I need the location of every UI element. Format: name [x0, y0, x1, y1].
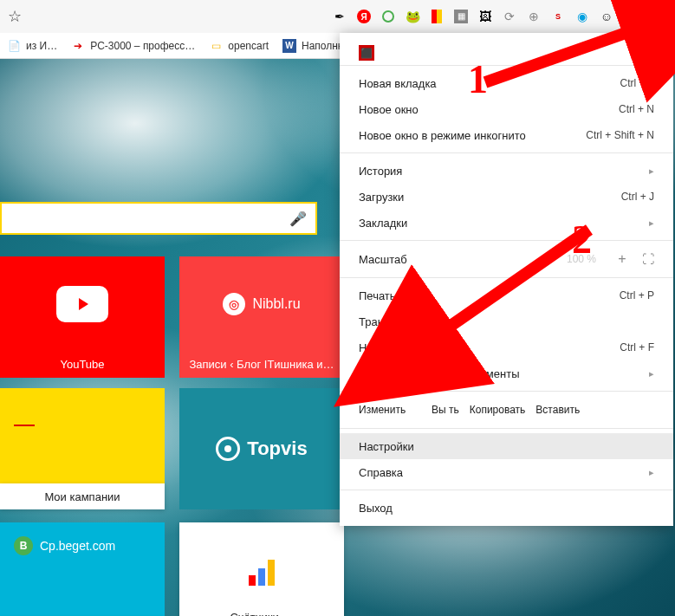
search-input[interactable]: 🎤	[0, 202, 317, 235]
gray-square-icon[interactable]: ▦	[453, 9, 469, 24]
tile-direct[interactable]	[0, 388, 165, 483]
frog-icon[interactable]: 🐸	[405, 9, 420, 24]
menu-cast[interactable]: Трансляция...	[340, 308, 673, 334]
chevron-right-icon: ▸	[649, 368, 654, 379]
menu-label: Новое окно	[359, 103, 419, 116]
image-icon[interactable]: 🖼	[477, 9, 493, 24]
menu-shortcut: Ctrl + P	[620, 289, 654, 302]
menu-label: Трансляция...	[359, 315, 431, 328]
menu-paste[interactable]: Вставить	[535, 404, 580, 416]
folder-icon: ▭	[209, 39, 223, 53]
menu-label: Новая вкладка	[359, 77, 437, 90]
menu-label: Новое окно в режиме инкогнито	[359, 129, 526, 142]
tile-label: Записи ‹ Блог ITишника и…	[188, 358, 335, 371]
browser-menu: ⬛ Новая вкладка Ctrl + T Новое окно Ctrl…	[340, 33, 673, 526]
profile-icon[interactable]: 👤	[623, 9, 639, 24]
face-icon[interactable]: ☺	[599, 9, 614, 24]
bookmark-label: PC-3000 – професс…	[90, 40, 195, 52]
menu-label: Найти...	[359, 341, 400, 354]
tile-title: Nibbl.ru	[252, 296, 300, 312]
menu-settings[interactable]: Настройки	[340, 433, 673, 459]
menu-new-tab[interactable]: Новая вкладка Ctrl + T	[340, 70, 673, 96]
menu-new-window[interactable]: Новое окно Ctrl + N	[340, 96, 673, 122]
tile-label: Счётчики — Яндекс.Метрика	[188, 611, 335, 616]
word-icon: W	[282, 39, 296, 53]
menu-print[interactable]: Печать... Ctrl + P	[340, 282, 673, 308]
chevron-right-icon: ▸	[649, 165, 654, 177]
menu-history[interactable]: История ▸	[340, 158, 673, 184]
fullscreen-icon[interactable]: ⛶	[642, 252, 654, 266]
tile-title: Cp.beget.com	[40, 539, 115, 553]
menu-edit-row: Изменить Вы ть Копировать Вставить	[340, 396, 673, 424]
bookmark-item[interactable]: ➔ PC-3000 – професс…	[71, 39, 195, 53]
globe-icon[interactable]: ⊕	[526, 9, 542, 24]
tile-campaigns-label[interactable]: Мои кампании	[0, 483, 165, 509]
zoom-out-button[interactable]: −	[533, 251, 548, 267]
tile-topvisor[interactable]: Topvis	[179, 388, 344, 509]
tile-youtube[interactable]: YouTube	[0, 256, 165, 378]
menu-button[interactable]: ⋮	[647, 6, 668, 27]
menu-bookmarks[interactable]: Закладки ▸	[340, 210, 673, 236]
menu-shortcut: Ctrl + J	[621, 191, 654, 203]
menu-label: Печать...	[359, 289, 405, 302]
yandex-direct-icon	[16, 404, 42, 426]
bookmark-item[interactable]: ▭ opencart	[209, 39, 269, 53]
menu-shortcut: Ctrl + Shift + N	[586, 129, 654, 141]
bookmark-star-icon[interactable]: ☆	[7, 9, 23, 24]
menu-help[interactable]: Справка ▸	[340, 459, 673, 485]
tile-label: YouTube	[9, 358, 156, 371]
beget-icon: В	[14, 536, 33, 555]
adobe-icon[interactable]: ⬛	[359, 45, 374, 61]
bookmark-label: из И…	[26, 40, 57, 52]
chevron-right-icon: ▸	[649, 217, 654, 229]
zoom-in-button[interactable]: +	[614, 251, 630, 267]
menu-label: Масштаб	[359, 253, 521, 266]
tile-label: Мои кампании	[44, 490, 120, 503]
menu-label: История	[359, 165, 402, 178]
menu-more-tools[interactable]: Дополнительные инструменты ▸	[340, 360, 673, 386]
menu-label: Настройки	[359, 440, 414, 453]
menu-cut[interactable]: Вы ть	[432, 404, 459, 416]
arrow-icon: ➔	[71, 39, 85, 53]
tile-metrika[interactable]: Счётчики — Яндекс.Метрика	[179, 522, 344, 616]
voice-icon[interactable]: 🎤	[289, 211, 307, 227]
yandex-icon[interactable]: Я	[356, 9, 372, 24]
zoom-value: 100 %	[561, 253, 602, 265]
bookmark-icon: 📄	[7, 39, 21, 53]
menu-zoom: Масштаб − 100 % + ⛶	[340, 245, 673, 273]
drop-icon[interactable]: ◉	[574, 9, 590, 24]
menu-label: Загрузки	[359, 191, 404, 204]
menu-incognito[interactable]: Новое окно в режиме инкогнито Ctrl + Shi…	[340, 122, 673, 148]
menu-label: Изменить	[359, 404, 421, 416]
bookmark-label: opencart	[228, 40, 269, 52]
chart-icon	[249, 560, 275, 586]
menu-copy[interactable]: Копировать	[470, 404, 526, 416]
menu-shortcut: Ctrl + N	[619, 103, 654, 115]
browser-toolbar: ☆ ✒ Я 🐸 ▦ 🖼 ⟳ ⊕ S ◉ ☺ 👤 ⋮	[0, 0, 675, 33]
tile-nibbl[interactable]: ◎ Nibbl.ru Записи ‹ Блог ITишника и…	[179, 256, 344, 378]
menu-label: Дополнительные инструменты	[359, 367, 520, 380]
flag-icon[interactable]	[429, 9, 445, 24]
target-icon: ◎	[223, 293, 245, 315]
tile-title: Topvis	[247, 438, 307, 460]
menu-find[interactable]: Найти... Ctrl + F	[340, 334, 673, 360]
youtube-icon	[56, 286, 108, 322]
eye-icon	[216, 437, 240, 461]
tile-beget[interactable]: В Cp.beget.com	[0, 522, 165, 616]
menu-label: Справка	[359, 466, 403, 479]
bookmark-item[interactable]: 📄 из И…	[7, 39, 57, 53]
chevron-right-icon: ▸	[649, 467, 654, 478]
menu-label: Закладки	[359, 217, 407, 230]
menu-downloads[interactable]: Загрузки Ctrl + J	[340, 184, 673, 210]
menu-shortcut: Ctrl + T	[620, 77, 654, 89]
menu-exit[interactable]: Выход	[340, 495, 673, 521]
menu-shortcut: Ctrl + F	[620, 341, 654, 353]
bookmark-item[interactable]: W Наполню	[282, 39, 346, 53]
eyedropper-icon[interactable]: ✒	[332, 9, 347, 24]
menu-label: Выход	[359, 502, 393, 515]
circle-green-icon[interactable]	[380, 9, 396, 24]
refresh-icon[interactable]: ⟳	[502, 9, 517, 24]
seo-icon[interactable]: S	[550, 9, 566, 24]
